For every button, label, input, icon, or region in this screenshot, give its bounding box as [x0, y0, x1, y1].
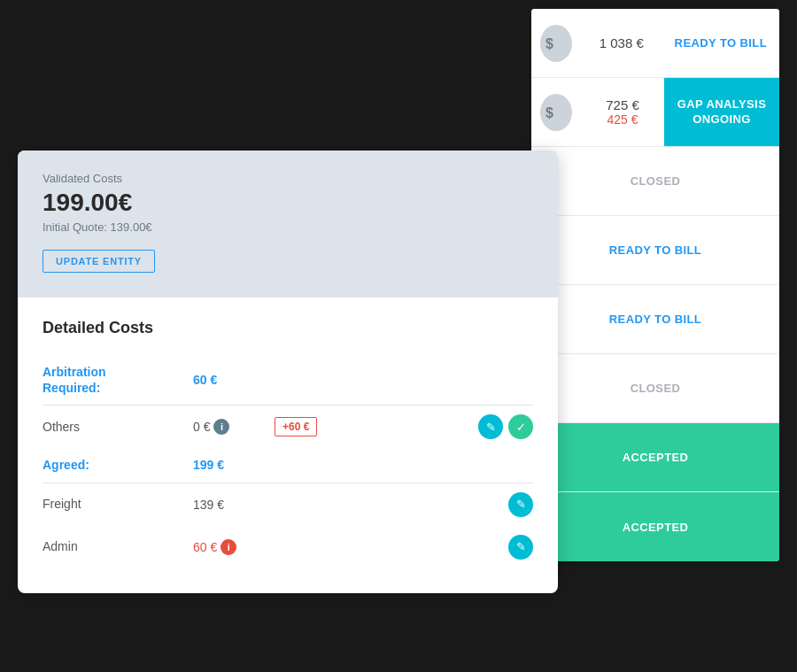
- admin-value: 60 € i: [193, 539, 264, 555]
- status-row-2: $ 725 € 425 € GAP ANALYSISONGOING: [531, 78, 779, 147]
- validated-costs-label: Validated Costs: [43, 172, 533, 185]
- row2-amount-main: 725 €: [581, 97, 664, 112]
- row2-amount-sub: 425 €: [581, 112, 664, 127]
- admin-label: Admin: [43, 538, 193, 554]
- arbitration-label: ArbitrationRequired:: [43, 364, 193, 396]
- freight-actions: ✎: [508, 492, 533, 517]
- row1-icon: $: [531, 16, 581, 71]
- svg-text:$: $: [546, 105, 553, 120]
- dc-row-arbitration: ArbitrationRequired: 60 €: [43, 355, 533, 406]
- arbitration-value: 60 €: [193, 373, 264, 387]
- status-row-7: ACCEPTED: [531, 423, 779, 492]
- dc-row-others: Others 0 € i +60 € ✎ ✓: [43, 406, 533, 448]
- status-row-5: READY TO BILL: [531, 285, 779, 354]
- row1-amount-main: 1 038 €: [581, 35, 662, 50]
- row4-status[interactable]: READY TO BILL: [531, 235, 779, 266]
- detailed-costs-section: Detailed Costs ArbitrationRequired: 60 €…: [18, 297, 558, 593]
- row1-amounts: 1 038 €: [581, 28, 662, 58]
- row2-status[interactable]: GAP ANALYSISONGOING: [664, 78, 779, 146]
- dc-row-freight: Freight 139 € ✎: [43, 483, 533, 526]
- row7-status[interactable]: ACCEPTED: [531, 423, 779, 491]
- dc-row-admin: Admin 60 € i ✎: [43, 526, 533, 568]
- coin-icon-1: $: [540, 25, 572, 62]
- others-check-button[interactable]: ✓: [508, 414, 533, 439]
- others-actions: ✎ ✓: [478, 414, 533, 439]
- admin-info-icon[interactable]: i: [221, 539, 236, 555]
- admin-actions: ✎: [508, 535, 533, 560]
- row1-status[interactable]: READY TO BILL: [662, 27, 779, 58]
- detail-panel: Validated Costs 199.00€ Initial Quote: 1…: [18, 151, 558, 593]
- agreed-value: 199 €: [193, 458, 264, 472]
- detailed-costs-title: Detailed Costs: [43, 319, 533, 337]
- status-row-1: $ 1 038 € READY TO BILL: [531, 9, 779, 78]
- others-label: Others: [43, 419, 193, 435]
- validated-costs-amount: 199.00€: [43, 189, 533, 217]
- row2-amounts: 725 € 425 €: [581, 90, 664, 134]
- others-value: 0 € i: [193, 419, 264, 435]
- status-row-4: READY TO BILL: [531, 216, 779, 285]
- row3-status[interactable]: CLOSED: [531, 166, 779, 197]
- others-edit-button[interactable]: ✎: [478, 414, 503, 439]
- row5-status[interactable]: READY TO BILL: [531, 304, 779, 335]
- others-badge: +60 €: [275, 417, 317, 436]
- status-row-3: CLOSED: [531, 147, 779, 216]
- initial-quote-label: Initial Quote: 139.00€: [43, 220, 533, 234]
- freight-edit-button[interactable]: ✎: [508, 492, 533, 517]
- freight-value: 139 €: [193, 498, 264, 512]
- row2-icon: $: [531, 85, 581, 140]
- agreed-label: Agreed:: [43, 457, 193, 473]
- status-panel: $ 1 038 € READY TO BILL $ 725 € 425 € GA…: [531, 9, 779, 561]
- dc-row-agreed: Agreed: 199 €: [43, 448, 533, 483]
- freight-label: Freight: [43, 496, 193, 512]
- status-row-6: CLOSED: [531, 354, 779, 423]
- others-info-icon[interactable]: i: [213, 419, 229, 435]
- validated-costs-section: Validated Costs 199.00€ Initial Quote: 1…: [18, 151, 558, 297]
- coin-icon-2: $: [540, 94, 572, 131]
- status-row-8: ACCEPTED: [531, 492, 779, 561]
- row6-status[interactable]: CLOSED: [531, 373, 779, 404]
- row8-status[interactable]: ACCEPTED: [531, 492, 779, 561]
- update-entity-button[interactable]: UPDATE ENTITY: [43, 250, 155, 273]
- admin-edit-button[interactable]: ✎: [508, 535, 533, 560]
- svg-text:$: $: [546, 36, 553, 51]
